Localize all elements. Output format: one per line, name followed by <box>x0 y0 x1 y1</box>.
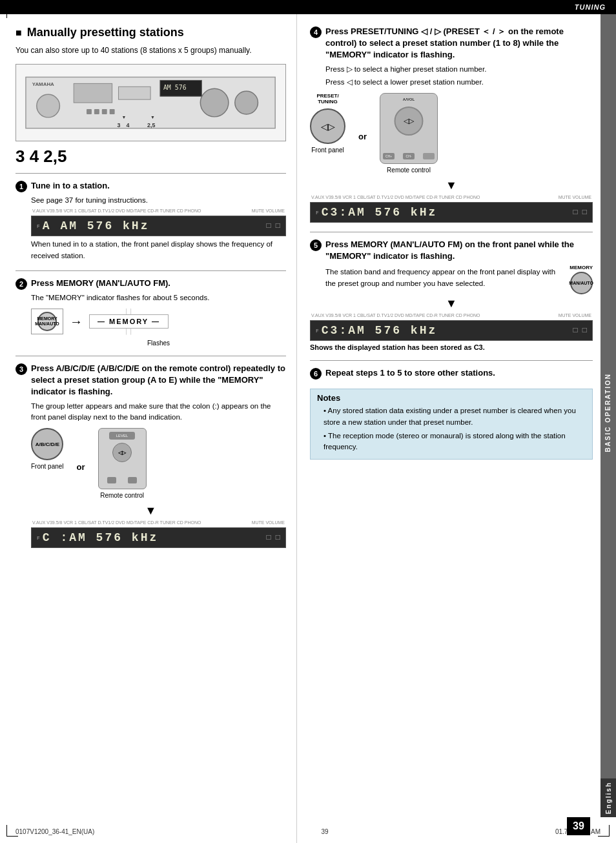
step-5-display-labels: V.AUX V39.5/8 VCR 1 CBL/SAT D.TV1/2 DVD … <box>310 313 593 318</box>
step-4-fp-knob: ◁▷ <box>310 108 345 144</box>
step-4-arrow: ▼ <box>310 179 593 192</box>
step-3-header: 3 Press A/B/C/D/E (A/B/C/D/E on the remo… <box>15 363 286 398</box>
step-3-title: Press A/B/C/D/E (A/B/C/D/E on the remote… <box>31 363 286 398</box>
step-4-or: or <box>358 132 367 141</box>
step-5-content: The station band and frequency appear on… <box>310 265 593 294</box>
step-5-header: 5 Press MEMORY (MAN'L/AUTO FM) on the fr… <box>310 239 593 262</box>
notes-item-1: Any stored station data existing under a… <box>323 405 586 428</box>
step-4-remote: A/VOL ◁▷ CH+ CH- Remote control <box>380 93 438 174</box>
step-4-title: Press PRESET/TUNING ◁ / ▷ (PRESET ＜ / ＞ … <box>325 26 593 61</box>
receiver-svg: YAMAHA AM 576 ▼ ▼ 3 <box>23 68 278 137</box>
step-3-remote-label: Remote control <box>100 492 144 499</box>
svg-point-5 <box>201 88 229 117</box>
svg-text:AM 576: AM 576 <box>163 84 187 91</box>
section-label: TUNING <box>575 3 606 11</box>
step-3-remote: LEVEL ◁▷ Remote control <box>98 428 147 499</box>
step-5-memory-icon: MEMORY MAN/AUTO <box>570 265 593 294</box>
step-4-front-label: Front panel <box>311 147 344 154</box>
step-2-header: 2 Press MEMORY (MAN'L/AUTO FM). <box>15 278 286 290</box>
step-5-number: 5 <box>310 239 322 251</box>
step-4-remote-device: A/VOL ◁▷ CH+ CH- <box>380 93 438 164</box>
step-1-body: See page 37 for tuning instructions. <box>31 195 286 206</box>
step-6-number: 6 <box>310 368 322 380</box>
memory-box-icon: MEMORYMAN/AUTO <box>31 309 63 334</box>
step-5-memory-circle: MAN/AUTO <box>570 272 593 294</box>
notes-title: Notes <box>317 393 586 403</box>
divider-4 <box>310 232 593 232</box>
svg-point-6 <box>235 91 258 114</box>
divider-5 <box>310 360 593 361</box>
step-4-preset-label: PRESET/TUNING <box>316 93 338 105</box>
step-1-after-text: When tuned in to a station, the front pa… <box>31 239 286 261</box>
memory-flash-indicator: │ │ — MEMORY — │ │ <box>89 309 169 334</box>
step-4-header: 4 Press PRESET/TUNING ◁ / ▷ (PRESET ＜ / … <box>310 26 593 61</box>
step-3-remote-device: LEVEL ◁▷ <box>98 428 147 489</box>
step-3-images: A/B/C/D/E Front panel or LEVEL ◁▷ <box>31 428 286 499</box>
step-1-title: Tune in to a station. <box>31 180 110 192</box>
step-3-body: The group letter appears and make sure t… <box>31 401 286 423</box>
svg-text:▼: ▼ <box>150 115 155 119</box>
receiver-diagram: YAMAHA AM 576 ▼ ▼ 3 <box>15 64 286 141</box>
step-5-lcd: F C3:AM 576 kHz □ □ <box>310 320 593 341</box>
step-6-title: Repeat steps 1 to 5 to store other stati… <box>325 367 495 379</box>
step-2-title: Press MEMORY (MAN'L/AUTO FM). <box>31 278 170 289</box>
step-1: 1 Tune in to a station. See page 37 for … <box>15 180 286 261</box>
english-sidebar: English <box>601 778 616 817</box>
svg-text:2,5: 2,5 <box>148 122 156 128</box>
abcde-knob: A/B/C/D/E <box>31 428 63 460</box>
step-1-lcd: F A AM 576 kHz □ □ <box>31 216 286 236</box>
step-5-title: Press MEMORY (MAN'L/AUTO FM) on the fron… <box>325 239 593 262</box>
step-4-body2: Press ◁ to select a lower preset station… <box>325 77 593 88</box>
sidebar-label: BASIC OPERATION <box>604 373 612 452</box>
step-5-arrow: ▼ <box>310 297 593 310</box>
english-label: English <box>605 782 612 814</box>
step-3-front-panel: A/B/C/D/E Front panel <box>31 428 64 470</box>
svg-rect-12 <box>110 109 115 114</box>
divider-2 <box>15 270 286 271</box>
step-4-remote-label: Remote control <box>387 167 431 174</box>
step-3-front-label: Front panel <box>31 463 64 470</box>
step-5-display-wrapper: V.AUX V39.5/8 VCR 1 CBL/SAT D.TV1/2 DVD … <box>310 313 593 341</box>
step-3-display-wrapper: V.AUX V39.5/8 VCR 1 CBL/SAT D.TV1/2 DVD … <box>31 520 286 548</box>
step-4-number: 4 <box>310 26 322 38</box>
step-6-header: 6 Repeat steps 1 to 5 to store other sta… <box>310 367 593 380</box>
svg-text:4: 4 <box>127 122 130 128</box>
step-3-arrow: ▼ <box>15 504 286 518</box>
footer-page-center: 39 <box>322 828 329 835</box>
step-1-header: 1 Tune in to a station. <box>15 180 286 192</box>
notes-item-2: The reception mode (stereo or monaural) … <box>323 431 586 453</box>
svg-rect-9 <box>87 109 92 114</box>
left-column: Manually presetting stations You can als… <box>0 14 297 843</box>
basic-operation-sidebar: BASIC OPERATION <box>601 14 616 811</box>
svg-rect-11 <box>102 109 107 114</box>
divider-3 <box>15 356 286 356</box>
divider-1 <box>15 173 286 174</box>
svg-point-4 <box>37 94 60 117</box>
step-2: 2 Press MEMORY (MAN'L/AUTO FM). The "MEM… <box>15 278 286 347</box>
svg-rect-2 <box>74 83 112 103</box>
memory-circle: MEMORYMAN/AUTO <box>37 312 57 331</box>
svg-text:YAMAHA: YAMAHA <box>32 81 54 87</box>
svg-text:▼: ▼ <box>122 115 127 119</box>
step-3-number: 3 <box>15 363 27 375</box>
footer-doc-number: 0107V1200_36-41_EN(UA) <box>15 828 94 835</box>
intro-text: You can also store up to 40 stations (8 … <box>15 45 286 56</box>
step-5-caption: Shows the displayed station has been sto… <box>310 343 593 351</box>
step-3-or: or <box>77 462 85 472</box>
step-1-display-labels: V.AUX V39.5/8 VCR 1 CBL/SAT D.TV1/2 DVD … <box>31 208 286 213</box>
step-3-lcd: F C :AM 576 kHz □ □ <box>31 527 286 548</box>
step-3-display-labels: V.AUX V39.5/8 VCR 1 CBL/SAT D.TV1/2 DVD … <box>31 520 286 525</box>
step-6: 6 Repeat steps 1 to 5 to store other sta… <box>310 367 593 380</box>
step-4-diagrams: PRESET/TUNING ◁▷ Front panel or A/VOL ◁▷… <box>310 93 593 174</box>
step-5-body: The station band and frequency appear on… <box>325 267 562 289</box>
step-1-number: 1 <box>15 181 27 192</box>
step-4-lcd: F C3:AM 576 kHz □ □ <box>310 202 593 223</box>
step-numbers: 3 4 2,5 <box>15 147 286 167</box>
svg-text:3: 3 <box>118 122 121 128</box>
header-bar: TUNING <box>0 0 616 14</box>
page-footer: 0107V1200_36-41_EN(UA) 39 01.7.6, 9:28 A… <box>0 828 616 835</box>
memory-label: — MEMORY — <box>89 314 169 329</box>
section-title: Manually presetting stations <box>15 26 286 39</box>
step-5: 5 Press MEMORY (MAN'L/AUTO FM) on the fr… <box>310 239 593 351</box>
step-4: 4 Press PRESET/TUNING ◁ / ▷ (PRESET ＜ / … <box>310 26 593 223</box>
